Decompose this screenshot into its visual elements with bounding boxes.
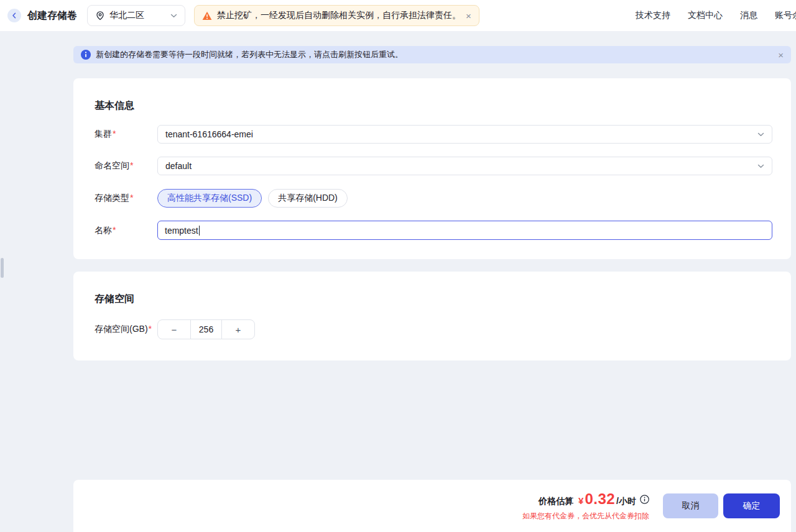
name-label: 名称* — [95, 225, 157, 236]
basic-info-title: 基本信息 — [95, 99, 772, 112]
left-scrollbar-thumb[interactable] — [1, 258, 4, 278]
name-row: 名称* temptest — [95, 221, 772, 240]
namespace-select[interactable]: default — [157, 157, 772, 175]
namespace-label: 命名空间* — [95, 160, 157, 172]
page-content: 新创建的存储卷需要等待一段时间就绪，若列表中无法显示，请点击刷新按钮后重试。 ×… — [0, 31, 796, 532]
namespace-select-value: default — [165, 161, 192, 171]
warning-triangle-icon — [202, 11, 212, 21]
topbar-links: 技术支持 文档中心 消息 账号余 — [636, 10, 796, 21]
storage-space-title: 存储空间 — [95, 293, 772, 306]
price-estimate-block: 价格估算 ¥ 0.32 /小时 如果您有代金券，会优先从代金券扣除 — [522, 490, 649, 521]
storage-type-option-hdd[interactable]: 共享存储(HDD) — [268, 189, 348, 208]
required-asterisk: * — [113, 225, 116, 235]
anti-mining-warning-banner: 禁止挖矿，一经发现后自动删除相关实例，自行承担法律责任。 × — [194, 5, 479, 26]
cluster-row: 集群* tenant-61616664-emei — [95, 125, 772, 144]
voucher-note: 如果您有代金券，会优先从代金券扣除 — [522, 511, 649, 521]
required-asterisk: * — [130, 160, 133, 170]
basic-info-card: 基本信息 集群* tenant-61616664-emei 命名空间* defa… — [73, 78, 791, 259]
storage-space-card: 存储空间 存储空间(GB)* − 256 + — [73, 272, 791, 360]
price-value: 0.32 — [585, 490, 615, 508]
price-line: 价格估算 ¥ 0.32 /小时 — [522, 490, 649, 508]
notice-close-icon[interactable]: × — [778, 50, 784, 60]
warning-text: 禁止挖矿，一经发现后自动删除相关实例，自行承担法律责任。 — [217, 10, 461, 21]
warning-close-icon[interactable]: × — [466, 11, 471, 21]
required-asterisk: * — [113, 129, 116, 139]
stepper-value[interactable]: 256 — [190, 320, 222, 339]
region-selector-value: 华北二区 — [109, 10, 144, 21]
link-docs-center[interactable]: 文档中心 — [688, 10, 723, 21]
name-input-value: temptest — [165, 226, 198, 236]
page-title: 创建存储卷 — [27, 9, 77, 22]
cluster-label: 集群* — [95, 129, 157, 140]
footer-action-bar: 价格估算 ¥ 0.32 /小时 如果您有代金券，会优先从代金券扣除 取消 确定 — [73, 480, 791, 532]
currency-symbol: ¥ — [578, 495, 583, 506]
info-notice-banner: 新创建的存储卷需要等待一段时间就绪，若列表中无法显示，请点击刷新按钮后重试。 × — [73, 46, 791, 63]
storage-type-row: 存储类型* 高性能共享存储(SSD) 共享存储(HDD) — [95, 189, 772, 208]
location-pin-icon — [95, 11, 105, 21]
chevron-down-icon — [757, 132, 764, 137]
confirm-button[interactable]: 确定 — [723, 493, 780, 518]
link-account-balance[interactable]: 账号余 — [775, 10, 796, 21]
storage-type-option-ssd[interactable]: 高性能共享存储(SSD) — [157, 189, 262, 208]
storage-size-row: 存储空间(GB)* − 256 + — [95, 319, 772, 339]
chevron-down-icon — [170, 14, 177, 18]
back-button[interactable] — [7, 9, 21, 22]
cluster-select-value: tenant-61616664-emei — [165, 129, 253, 139]
stepper-increment-button[interactable]: + — [222, 320, 254, 339]
required-asterisk: * — [149, 324, 152, 334]
storage-size-stepper: − 256 + — [157, 319, 255, 339]
chevron-down-icon — [757, 164, 764, 168]
link-messages[interactable]: 消息 — [740, 10, 757, 21]
cluster-select[interactable]: tenant-61616664-emei — [157, 125, 772, 144]
storage-type-options: 高性能共享存储(SSD) 共享存储(HDD) — [157, 189, 348, 208]
back-chevron-icon — [12, 12, 17, 19]
text-cursor — [199, 226, 200, 236]
footer-buttons: 取消 确定 — [663, 493, 780, 518]
name-input[interactable]: temptest — [157, 221, 772, 240]
storage-size-label: 存储空间(GB)* — [95, 324, 157, 335]
link-tech-support[interactable]: 技术支持 — [636, 10, 670, 21]
price-estimate-label: 价格估算 — [539, 496, 573, 507]
region-selector[interactable]: 华北二区 — [87, 5, 185, 26]
price-unit: /小时 — [616, 496, 636, 507]
cancel-button[interactable]: 取消 — [663, 493, 718, 518]
price-info-icon[interactable] — [640, 495, 649, 504]
stepper-decrement-button[interactable]: − — [158, 320, 190, 339]
info-circle-icon — [81, 50, 91, 60]
required-asterisk: * — [130, 193, 133, 203]
storage-type-label: 存储类型* — [95, 193, 157, 204]
topbar: 创建存储卷 华北二区 禁止挖矿，一经发现后自动删除相关实例，自行承担法律责任。 … — [0, 0, 796, 31]
notice-text: 新创建的存储卷需要等待一段时间就绪，若列表中无法显示，请点击刷新按钮后重试。 — [96, 49, 403, 60]
namespace-row: 命名空间* default — [95, 157, 772, 175]
